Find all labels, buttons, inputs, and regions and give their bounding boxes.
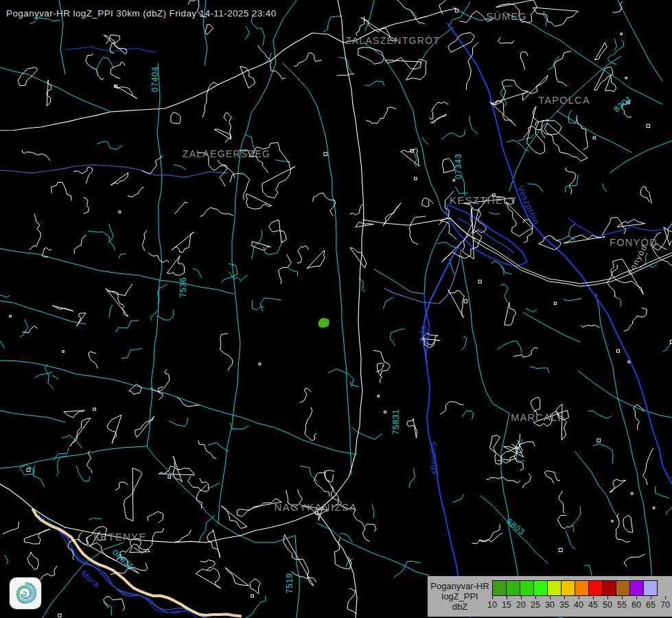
tick-label: 10 (487, 600, 497, 610)
tick-mark (507, 596, 507, 599)
tick-mark (492, 596, 493, 599)
water-county-label: Zala (419, 325, 428, 344)
tick-mark (521, 596, 522, 599)
radar-echo (318, 318, 329, 328)
tick-label: 25 (531, 600, 540, 610)
dbz-cell-65 (643, 580, 658, 596)
city-label: LETENYE (93, 531, 146, 542)
tick-mark (665, 596, 666, 599)
radar-map: SÜMEGZALASZENTGRÓTTAPOLCAZALAEGERSZEGKES… (0, 0, 672, 618)
dbz-cell-15 (506, 580, 520, 596)
tick-label: 30 (545, 600, 555, 610)
dbz-cell-25 (533, 580, 548, 596)
water-county-label: Somogy (428, 441, 441, 476)
tick-mark (535, 596, 536, 599)
tick-mark (607, 596, 608, 599)
city-label: NAGYKANIZSA (275, 501, 358, 513)
city-label: ZALAEGERSZEG (183, 148, 270, 159)
product-title: Poganyvar-HR logZ_PPI 30km (dbZ) Friday … (6, 8, 277, 19)
spiral-logo-icon (12, 580, 39, 607)
city-label: KESZTHELY (450, 194, 517, 206)
tick-label: 50 (603, 600, 612, 610)
tick-label: 35 (559, 600, 569, 610)
dbz-cell-55 (616, 580, 630, 596)
road-number-label: 07404 (150, 67, 160, 92)
tick-label: 70 (660, 600, 670, 610)
dbz-color-scale: 10152025303540455055606570 (492, 576, 672, 617)
road-number-label: 75831 (391, 409, 401, 435)
met-spiral-logo (10, 577, 41, 609)
tick-mark (651, 596, 651, 599)
tick-mark (636, 596, 637, 599)
scale-ticks: 10152025303540455055606570 (492, 596, 672, 614)
tick-label: 60 (632, 600, 641, 610)
dbz-color-legend: Poganyvar-HR logZ_PPI dbZ 10152025303540… (427, 575, 672, 617)
color-cells (492, 580, 658, 596)
tick-label: 45 (588, 600, 598, 610)
city-label: SÜMEG (486, 10, 527, 22)
dbz-cell-40 (575, 580, 589, 596)
road-number-label: 7519 (285, 573, 294, 593)
tick-label: 55 (617, 600, 627, 610)
dbz-cell-30 (547, 580, 561, 596)
legend-product: logZ_PPI (441, 591, 478, 602)
dbz-cell-35 (561, 580, 575, 596)
road-number-label: 07343 (454, 154, 463, 179)
legend-station: Poganyvar-HR (430, 581, 489, 591)
tick-mark (593, 596, 594, 599)
legend-unit: dbZ (452, 602, 467, 612)
city-label: FONYÓD (610, 237, 658, 248)
tick-mark (579, 596, 579, 599)
city-label: MARCALI (511, 412, 561, 423)
dbz-cell-50 (602, 580, 616, 596)
dbz-cell-60 (629, 580, 644, 596)
city-label: TAPOLCA (538, 95, 590, 106)
road-number-label: 7536 (178, 277, 188, 297)
road-number-label: 6803 (505, 516, 527, 537)
city-label: ZALASZENTGRÓT (345, 35, 440, 46)
tick-label: 15 (502, 600, 511, 610)
tick-label: 40 (574, 600, 583, 610)
map-canvas: SÜMEGZALASZENTGRÓTTAPOLCAZALAEGERSZEGKES… (0, 0, 672, 618)
tick-mark (550, 596, 551, 599)
tick-mark (622, 596, 623, 599)
road-number-label: 8301 (612, 93, 634, 114)
tick-label: 65 (646, 600, 656, 610)
dbz-cell-10 (492, 580, 507, 596)
radar-viewer: SÜMEGZALASZENTGRÓTTAPOLCAZALAEGERSZEGKES… (0, 0, 672, 618)
dbz-cell-45 (588, 580, 603, 596)
tick-label: 20 (516, 600, 526, 610)
dbz-cell-20 (520, 580, 534, 596)
water-county-label: Mura (79, 569, 102, 590)
tick-mark (564, 596, 565, 599)
